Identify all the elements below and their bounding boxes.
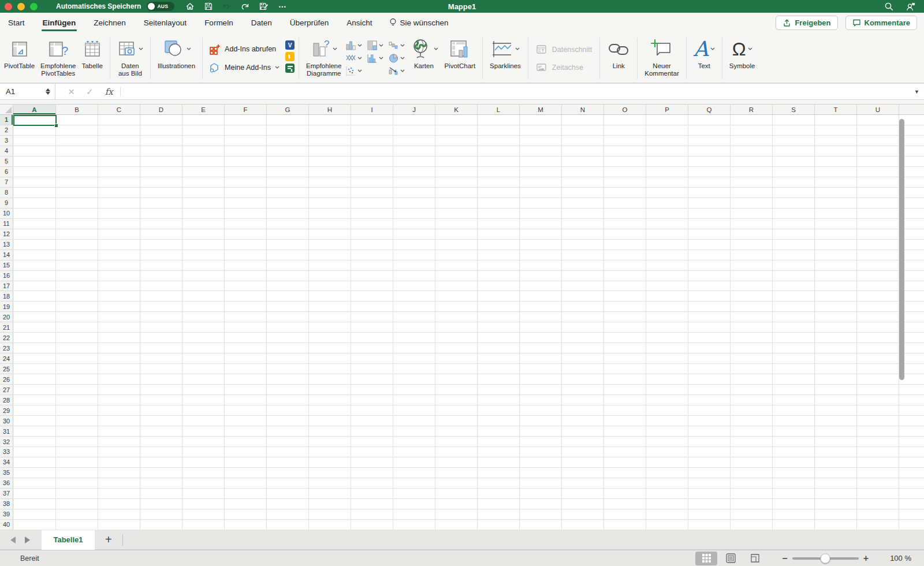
column-header-H[interactable]: H (309, 105, 351, 114)
column-header-F[interactable]: F (225, 105, 267, 114)
page-layout-view-button[interactable] (720, 552, 742, 565)
row-header-19[interactable]: 19 (0, 301, 13, 312)
row-header-38[interactable]: 38 (0, 499, 13, 509)
tab-ueberpruefen[interactable]: Überprüfen (289, 14, 330, 32)
get-addins-button[interactable]: Add-Ins abrufen (209, 43, 280, 55)
normal-view-button[interactable] (695, 552, 717, 565)
account-icon[interactable] (906, 1, 916, 12)
row-header-35[interactable]: 35 (0, 468, 13, 478)
recommended-charts-button[interactable]: ? Empfohlene Diagramme (303, 36, 344, 77)
row-header-33[interactable]: 33 (0, 447, 13, 457)
tab-seitenlayout[interactable]: Seitenlayout (143, 14, 188, 32)
page-break-view-button[interactable] (744, 552, 766, 565)
insert-pie-chart-button[interactable] (387, 52, 406, 64)
row-header-14[interactable]: 14 (0, 250, 13, 260)
row-header-30[interactable]: 30 (0, 416, 13, 426)
tab-start[interactable]: Start (7, 14, 26, 32)
tab-einfuegen[interactable]: Einfügen (42, 14, 77, 32)
column-header-B[interactable]: B (56, 105, 98, 114)
row-header-25[interactable]: 25 (0, 364, 13, 374)
link-button[interactable]: Link (604, 36, 633, 70)
insert-function-icon[interactable]: fx (105, 87, 113, 97)
redo-icon[interactable] (240, 1, 251, 12)
formula-input[interactable] (121, 84, 924, 99)
insert-waterfall-chart-button[interactable] (387, 39, 406, 51)
vertical-scrollbar[interactable] (899, 119, 904, 380)
row-header-16[interactable]: 16 (0, 271, 13, 281)
row-header-36[interactable]: 36 (0, 478, 13, 489)
name-box[interactable]: A1 (0, 84, 55, 99)
sparklines-button[interactable]: Sparklines (487, 36, 524, 70)
insert-hierarchy-chart-button[interactable] (366, 39, 385, 51)
zoom-out-button[interactable]: − (777, 553, 792, 564)
row-header-18[interactable]: 18 (0, 291, 13, 301)
insert-scatter-chart-button[interactable] (344, 65, 363, 77)
row-header-28[interactable]: 28 (0, 395, 13, 405)
insert-combo-chart-button[interactable] (387, 65, 406, 77)
row-header-6[interactable]: 6 (0, 167, 13, 177)
table-button[interactable]: Tabelle (79, 36, 105, 70)
row-header-3[interactable]: 3 (0, 136, 13, 146)
row-header-39[interactable]: 39 (0, 509, 13, 520)
minimize-window-button[interactable] (17, 3, 25, 10)
my-addins-button[interactable]: Meine Add-Ins (209, 62, 280, 73)
home-icon[interactable] (185, 1, 195, 12)
text-button[interactable]: A Text (691, 36, 718, 70)
formula-bar-expand-icon[interactable]: ▼ (914, 89, 919, 95)
row-header-26[interactable]: 26 (0, 374, 13, 385)
maps-button[interactable]: Karten (406, 36, 441, 70)
row-header-40[interactable]: 40 (0, 520, 13, 530)
zoom-slider[interactable] (792, 557, 859, 560)
sheet-scroll-right-icon[interactable] (25, 537, 30, 543)
zoom-in-button[interactable]: + (859, 553, 873, 564)
tab-ansicht[interactable]: Ansicht (345, 14, 373, 32)
save-icon[interactable] (203, 1, 214, 12)
column-header-N[interactable]: N (562, 105, 604, 114)
enter-icon[interactable]: ✓ (86, 87, 94, 97)
save-as-icon[interactable] (259, 1, 269, 12)
column-header-J[interactable]: J (393, 105, 435, 114)
row-header-12[interactable]: 12 (0, 229, 13, 240)
insert-column-chart-button[interactable] (344, 39, 363, 51)
autosave-toggle[interactable]: AUS (147, 2, 174, 11)
row-header-34[interactable]: 34 (0, 457, 13, 468)
pinned-addin-bing-icon[interactable] (285, 52, 295, 61)
row-header-32[interactable]: 32 (0, 437, 13, 447)
row-header-31[interactable]: 31 (0, 426, 13, 437)
new-comment-button[interactable]: Neuer Kommentar (642, 36, 681, 77)
row-header-5[interactable]: 5 (0, 157, 13, 167)
column-header-C[interactable]: C (98, 105, 140, 114)
row-header-13[interactable]: 13 (0, 240, 13, 250)
column-header-M[interactable]: M (520, 105, 562, 114)
column-header-I[interactable]: I (351, 105, 393, 114)
pivottable-button[interactable]: PivotTable (1, 36, 38, 70)
tell-me-control[interactable]: Sie wünschen (389, 18, 449, 28)
close-window-button[interactable] (5, 3, 12, 10)
fullscreen-window-button[interactable] (30, 3, 38, 10)
row-header-27[interactable]: 27 (0, 385, 13, 395)
recommended-pivottables-button[interactable]: ? Empfohlene PivotTables (38, 36, 79, 77)
data-from-picture-button[interactable]: Daten aus Bild (114, 36, 146, 77)
fill-handle[interactable] (54, 124, 58, 128)
row-header-4[interactable]: 4 (0, 146, 13, 157)
name-box-stepper[interactable] (46, 88, 50, 95)
column-header-O[interactable]: O (604, 105, 646, 114)
zoom-level[interactable]: 100 % (873, 554, 911, 563)
share-button[interactable]: Freigeben (776, 16, 837, 30)
row-header-10[interactable]: 10 (0, 208, 13, 219)
more-commands-icon[interactable]: ⋯ (277, 1, 288, 12)
insert-histogram-chart-button[interactable] (366, 52, 385, 64)
row-header-1[interactable]: 1 (0, 115, 13, 125)
row-header-20[interactable]: 20 (0, 312, 13, 322)
tab-formeln[interactable]: Formeln (203, 14, 234, 32)
add-sheet-button[interactable]: + (105, 533, 112, 546)
insert-line-chart-button[interactable] (344, 52, 363, 64)
column-header-R[interactable]: R (731, 105, 773, 114)
row-header-29[interactable]: 29 (0, 405, 13, 416)
cells[interactable] (14, 115, 924, 530)
pinned-addin-people-graph-icon[interactable] (285, 64, 295, 73)
row-header-37[interactable]: 37 (0, 489, 13, 499)
tab-zeichnen[interactable]: Zeichnen (92, 14, 127, 32)
row-header-11[interactable]: 11 (0, 219, 13, 229)
pivotchart-button[interactable]: PivotChart (441, 36, 478, 70)
